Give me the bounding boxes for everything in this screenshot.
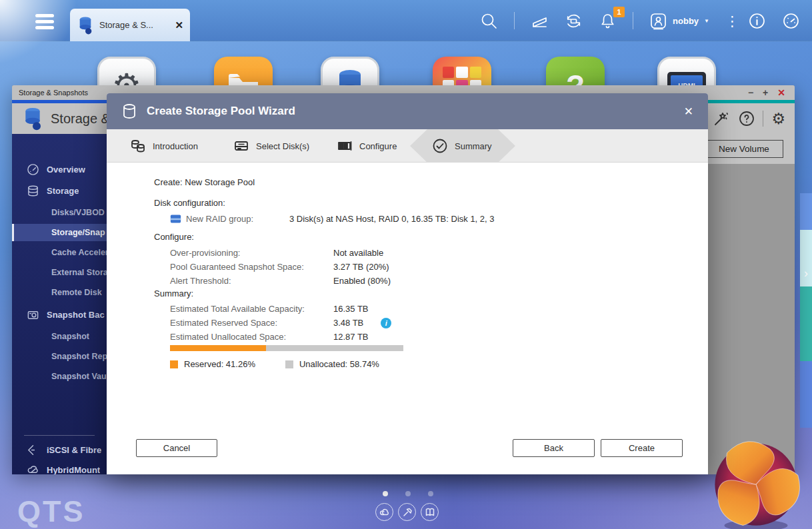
more-options-icon[interactable]: ⋮ [725,18,732,24]
sidebar-item-label: Storage [47,186,79,196]
dialog-titlebar: Create Storage Pool Wizard ✕ [107,93,708,129]
minimize-button[interactable]: − [748,87,753,98]
sidebar-item-disks-vjbod[interactable]: Disks/VJBOD [12,204,107,221]
maximize-button[interactable]: + [763,87,768,98]
info-circle-icon[interactable] [748,12,766,30]
row-value: Not available [333,248,383,258]
capacity-bars-icon [337,138,353,154]
dialog-title: Create Storage Pool Wizard [147,105,675,118]
chevron-down-icon: ▼ [704,18,709,24]
sidebar-item-overview[interactable]: Overview [12,161,107,178]
sidebar-item-snapshot-replica[interactable]: Snapshot Rep [12,348,107,365]
sidebar-item-label: Snapshot Vau [51,372,107,381]
sidebar-item-storage[interactable]: Storage [12,182,107,199]
sidebar-item-hybridmount[interactable]: HybridMount [12,461,107,474]
disk-drive-icon [233,138,249,154]
row-label: Estimated Total Available Capacity: [170,304,333,314]
tab-close-icon[interactable]: ✕ [175,19,183,31]
dashboard-gauge-icon[interactable] [782,12,800,30]
wizard-summary-content: Create: New Storage Pool Disk configurat… [107,163,708,474]
sidebar-item-label: Snapshot [51,332,89,341]
cloud-icon [27,464,39,475]
step-configure[interactable]: Configure [337,129,397,163]
new-volume-button[interactable]: New Volume [705,140,783,158]
step-select-disks[interactable]: Select Disk(s) [233,129,309,163]
chevron-right-icon[interactable]: › [800,263,812,283]
reserved-legend-label: Reserved: 41.26% [184,359,255,369]
sidebar-item-snapshot[interactable]: Snapshot [12,328,107,345]
sidebar-item-snapshot-vault[interactable]: Snapshot Vau [12,368,107,385]
row-value: 16.35 TB [333,304,369,314]
sidebar: Overview Storage Disks/VJBOD Storage/Sna… [12,134,107,474]
iscsi-icon [27,444,39,456]
notification-badge: 1 [613,7,625,17]
gauge-icon [27,163,39,176]
step-label: Configure [359,141,397,151]
edge-tile-blue2 [800,361,812,428]
disks-icon [27,185,39,197]
sidebar-item-label: Cache Acceler [51,248,107,257]
page-dot-active[interactable] [383,491,388,496]
sidebar-item-label: Remote Disk [51,288,102,297]
header-divider [763,111,763,127]
myqnapcloud-icon[interactable] [375,503,393,521]
external-device-icon[interactable] [565,12,583,30]
settings-gear-icon[interactable]: ⚙ [771,111,785,127]
sidebar-item-remote-disk[interactable]: Remote Disk [12,284,107,301]
user-menu[interactable]: nobby ▼ [649,12,709,30]
tab-label: Storage & S... [99,20,169,30]
create-storage-pool-wizard-dialog: Create Storage Pool Wizard ✕ Introductio… [107,93,708,474]
step-introduction[interactable]: Introduction [130,129,198,163]
desktop-page-dots[interactable] [383,491,433,496]
notifications-bell-icon[interactable]: 1 [599,12,617,30]
raid-group-row: New RAID group: 3 Disk(s) at NAS Host, R… [154,212,708,225]
info-icon[interactable]: i [381,318,391,328]
tutorials-book-icon[interactable] [421,503,439,521]
row-label: Pool Guaranteed Snapshot Space: [170,262,333,272]
qnap-spiral-logo [704,440,808,529]
search-icon[interactable] [480,12,498,30]
sidebar-item-iscsi-fibre[interactable]: iSCSI & Fibre [12,441,107,458]
sidebar-item-cache-acceleration[interactable]: Cache Acceler [12,244,107,261]
unallocated-legend-swatch [285,360,293,368]
back-button[interactable]: Back [513,439,595,457]
pools-icon [130,138,146,154]
row-value: 12.87 TB [333,332,369,342]
sidebar-divider [24,435,95,436]
row-label: Estimated Reserved Space: [170,318,333,328]
unallocated-legend-label: Unallocated: 58.74% [299,359,379,369]
step-label: Introduction [153,141,198,151]
taskbar-tab-storage-snapshots[interactable]: Storage & S... ✕ [70,9,190,41]
help-icon[interactable] [739,111,755,127]
summary-row: Alert Threshold: Enabled (80%) [154,274,708,288]
sidebar-item-storage-snapshots[interactable]: Storage/Snap [12,224,107,241]
cancel-button[interactable]: Cancel [136,439,217,457]
dialog-close-icon[interactable]: ✕ [684,105,693,119]
main-menu-icon[interactable] [35,11,54,32]
step-label: Summary [455,141,492,151]
sidebar-item-snapshot-backup[interactable]: Snapshot Bac [12,306,107,323]
window-close-button[interactable]: ✕ [777,87,785,98]
page-dot[interactable] [405,491,411,496]
reserved-legend-swatch [170,360,178,368]
sidebar-item-label: Storage/Snap [51,228,105,237]
sidebar-item-label: HybridMount [47,465,100,475]
progress-track [170,345,403,351]
configure-heading: Configure: [154,231,708,243]
wizard-steps: Introduction Select Disk(s) Configure Su… [107,129,708,163]
background-tasks-icon[interactable] [531,12,549,30]
sidebar-item-external-storage[interactable]: External Stora [12,264,107,281]
page-dot[interactable] [428,491,433,496]
storage-cylinder-icon [21,107,44,131]
taskbar-divider [514,12,515,29]
summary-row: Over-provisioning: Not available [154,246,708,260]
wizard-wand-icon[interactable] [713,111,729,127]
raid-group-label: New RAID group: [186,214,289,224]
row-label: Estimated Unallocated Space: [170,332,333,342]
step-summary[interactable]: Summary [432,129,492,163]
create-button[interactable]: Create [601,439,683,457]
sidebar-item-label: Snapshot Rep [51,352,107,361]
utilities-hammer-icon[interactable] [398,503,416,521]
edge-tile-blue [800,193,812,230]
row-value: 3.48 TB [333,318,363,328]
